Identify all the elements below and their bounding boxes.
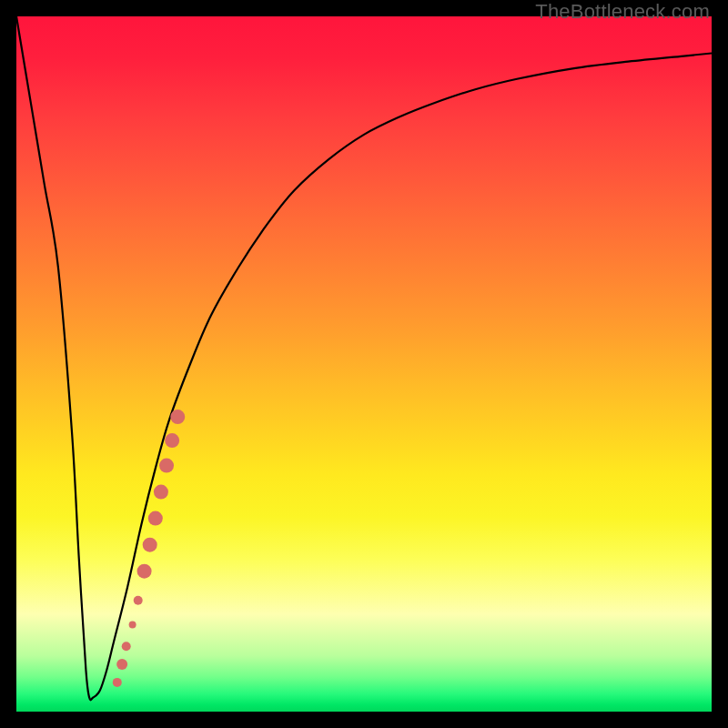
dot-cluster bbox=[113, 410, 185, 687]
highlight-dot bbox=[154, 485, 168, 500]
highlight-dot bbox=[159, 459, 174, 473]
highlight-dot bbox=[165, 433, 179, 448]
highlight-dot bbox=[116, 659, 127, 670]
bottleneck-curve bbox=[16, 16, 712, 700]
chart-svg bbox=[16, 16, 712, 712]
watermark-text: TheBottleneck.com bbox=[535, 0, 710, 24]
highlight-dot bbox=[113, 678, 122, 687]
highlight-dot bbox=[148, 511, 163, 526]
highlight-dot bbox=[170, 410, 185, 424]
highlight-dot bbox=[134, 596, 143, 605]
chart-frame: TheBottleneck.com bbox=[0, 0, 728, 728]
highlight-dot bbox=[143, 538, 157, 552]
highlight-dot bbox=[129, 622, 136, 629]
highlight-dot bbox=[137, 564, 152, 579]
highlight-dot bbox=[122, 642, 131, 651]
